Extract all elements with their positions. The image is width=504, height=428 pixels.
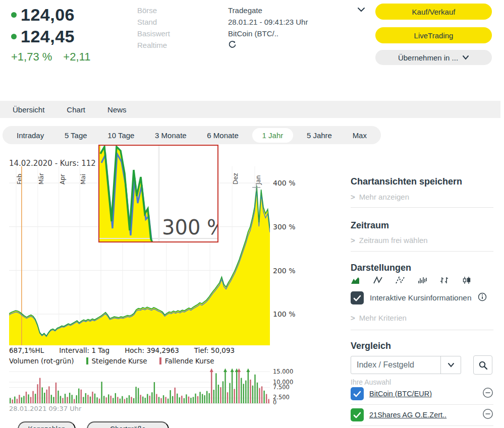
kauf-verkauf-button[interactable]: Kauf/Verkauf bbox=[375, 4, 492, 20]
vol-label-7500: 7.500 bbox=[273, 384, 290, 391]
timerange-max[interactable]: Max bbox=[346, 129, 374, 142]
info-icon[interactable] bbox=[478, 292, 487, 303]
vol-label-0: 0 bbox=[273, 399, 276, 406]
down-swatch bbox=[159, 357, 161, 364]
candlestick-chart-icon[interactable] bbox=[462, 276, 472, 286]
svg-text:Mai: Mai bbox=[80, 174, 87, 185]
darstellungen-heading: Darstellungen bbox=[351, 263, 411, 273]
sidebar-divider bbox=[351, 425, 493, 426]
bid-status-dot bbox=[11, 12, 17, 18]
value-boerse: Tradegate bbox=[228, 5, 308, 16]
interaktive-kursinfo-checkbox[interactable] bbox=[351, 291, 364, 304]
sidebar-divider bbox=[351, 330, 493, 330]
search-icon bbox=[478, 360, 488, 370]
vergleich-search-button[interactable] bbox=[473, 355, 492, 375]
exchange-chevron-down-icon[interactable] bbox=[356, 5, 366, 16]
mehr-anzeigen-link[interactable]: >Mehr anzeigen bbox=[351, 193, 409, 201]
mehr-anzeigen-label: Mehr anzeigen bbox=[359, 193, 409, 201]
timerange-3monate[interactable]: 3 Monate bbox=[148, 129, 194, 142]
uebernehmen-label: Übernehmen in ... bbox=[398, 53, 458, 62]
ask-row: 124,45 bbox=[11, 27, 90, 46]
inset-300-label: 300 % bbox=[162, 216, 217, 239]
timerange-intraday[interactable]: Intraday bbox=[10, 129, 51, 142]
remove-bitcoin-icon[interactable] bbox=[482, 387, 493, 400]
value-basiswert: BitCoin (BTC/.. bbox=[228, 28, 308, 39]
chevron-right-icon: > bbox=[351, 314, 355, 322]
21shares-selection-link[interactable]: 21Shares AG O.E.Zert.. bbox=[369, 411, 482, 419]
chartansichten-heading: Chartansichten speichern bbox=[351, 176, 462, 187]
meta-values: Tradegate 28.01.21 - 09:41:23 Uhr BitCoi… bbox=[228, 5, 308, 51]
tab-chart[interactable]: Chart bbox=[67, 105, 85, 114]
volume-chart[interactable] bbox=[9, 367, 270, 405]
zeitraum-frei-label: Zeitraum frei wählen bbox=[359, 236, 428, 244]
up-swatch bbox=[86, 357, 88, 364]
ask-price: 124,45 bbox=[21, 27, 75, 46]
section-tabbar: Übersicht Chart News bbox=[0, 101, 500, 118]
tab-news[interactable]: News bbox=[107, 105, 127, 114]
svg-text:Apr: Apr bbox=[59, 174, 66, 185]
line-chart-icon[interactable] bbox=[373, 276, 383, 286]
ihre-auswahl-label: Ihre Auswahl bbox=[351, 378, 391, 386]
timerange-5tage[interactable]: 5 Tage bbox=[58, 129, 94, 142]
stat-low: Tief: 50,093 bbox=[194, 346, 235, 354]
area-chart-icon[interactable] bbox=[351, 276, 361, 286]
legend-down-label: Fallende Kurse bbox=[165, 357, 214, 365]
value-stand: 28.01.21 - 09:41:23 Uhr bbox=[228, 16, 308, 28]
selection-row-bitcoin: BitCoin (BTC/EUR) bbox=[351, 387, 493, 400]
timerange-1jahr-active[interactable]: 1 Jahr bbox=[252, 128, 294, 143]
bar-chart-icon[interactable] bbox=[417, 276, 427, 286]
bitcoin-checkbox[interactable] bbox=[351, 387, 364, 400]
change-percent: +1,73 % bbox=[11, 50, 52, 64]
zeitraum-frei-link[interactable]: >Zeitraum frei wählen bbox=[351, 236, 428, 244]
select-chevron-down-icon[interactable] bbox=[440, 356, 461, 374]
sidebar-divider bbox=[351, 251, 493, 252]
ohlc-chart-icon[interactable] bbox=[439, 276, 450, 286]
bid-row: 124,06 bbox=[11, 5, 90, 25]
zeitraum-heading: Zeitraum bbox=[351, 220, 389, 231]
label-boerse: Börse bbox=[137, 5, 170, 16]
quote-block: 124,06 124,45 +1,73 % +2,11 bbox=[11, 5, 90, 64]
chart-stats-row: 687,1%HL Intervall: 1 Tag Hoch: 394,2963… bbox=[9, 346, 235, 354]
kennzahlen-button[interactable]: Kennzahlen bbox=[18, 421, 76, 428]
timerange-10tage[interactable]: 10 Tage bbox=[100, 129, 141, 142]
timerange-6monate[interactable]: 6 Monate bbox=[200, 129, 246, 142]
volume-gridlines bbox=[9, 372, 270, 403]
magnifier-inset-canvas: 300 % bbox=[99, 146, 217, 241]
y-axis-label-300: 300 % bbox=[273, 223, 295, 231]
volume-legend-row: Volumen (rot-grün) Steigende Kurse Falle… bbox=[9, 357, 214, 365]
label-realtime: Realtime bbox=[137, 39, 170, 51]
timerange-5jahre[interactable]: 5 Jahre bbox=[300, 129, 339, 142]
dashed-line-chart-icon[interactable] bbox=[395, 276, 405, 286]
stat-high: Hoch: 394,2963 bbox=[125, 346, 179, 354]
vergleich-select[interactable]: Index / Festgeld bbox=[351, 356, 461, 374]
magnifier-inset: 300 % bbox=[98, 145, 218, 242]
volume-title: Volumen (rot-grün) bbox=[9, 357, 74, 365]
y-axis-label-100: 100 % bbox=[273, 310, 295, 318]
sidebar-divider bbox=[351, 404, 493, 405]
svg-text:Mär: Mär bbox=[38, 173, 45, 185]
bitcoin-selection-link[interactable]: BitCoin (BTC/EUR) bbox=[369, 390, 482, 398]
y-axis-label-400: 400 % bbox=[273, 179, 295, 187]
remove-21shares-icon[interactable] bbox=[482, 408, 493, 421]
chart-page: 124,06 124,45 +1,73 % +2,11 Börse Stand … bbox=[0, 0, 504, 428]
livetrading-button[interactable]: LiveTrading bbox=[375, 27, 492, 43]
interaktive-kursinfo-row: Interaktive Kursinformationen bbox=[351, 291, 487, 304]
chart-type-icon-row bbox=[351, 276, 472, 286]
refresh-icon[interactable] bbox=[228, 40, 308, 51]
legend-down: Fallende Kurse bbox=[159, 357, 214, 365]
tab-uebersicht[interactable]: Übersicht bbox=[13, 105, 44, 114]
chartgroesse-button[interactable]: Chartgröße bbox=[87, 421, 169, 428]
21shares-checkbox[interactable] bbox=[351, 408, 364, 421]
uebernehmen-button[interactable]: Übernehmen in ... bbox=[375, 50, 492, 65]
change-row: +1,73 % +2,11 bbox=[11, 50, 90, 64]
chart-timestamp: 28.01.2021 09:37 Uhr bbox=[9, 405, 81, 412]
change-absolute: +2,11 bbox=[63, 50, 90, 64]
legend-up-label: Steigende Kurse bbox=[92, 357, 147, 365]
chevron-right-icon: > bbox=[351, 236, 355, 244]
mehr-kriterien-label: Mehr Kriterien bbox=[359, 314, 407, 322]
vergleich-select-value: Index / Festgeld bbox=[351, 360, 440, 370]
vol-label-15000: 15.000 bbox=[273, 368, 293, 375]
mehr-kriterien-link[interactable]: >Mehr Kriterien bbox=[351, 314, 407, 322]
bid-price: 124,06 bbox=[21, 5, 75, 25]
ask-status-dot bbox=[11, 34, 17, 39]
